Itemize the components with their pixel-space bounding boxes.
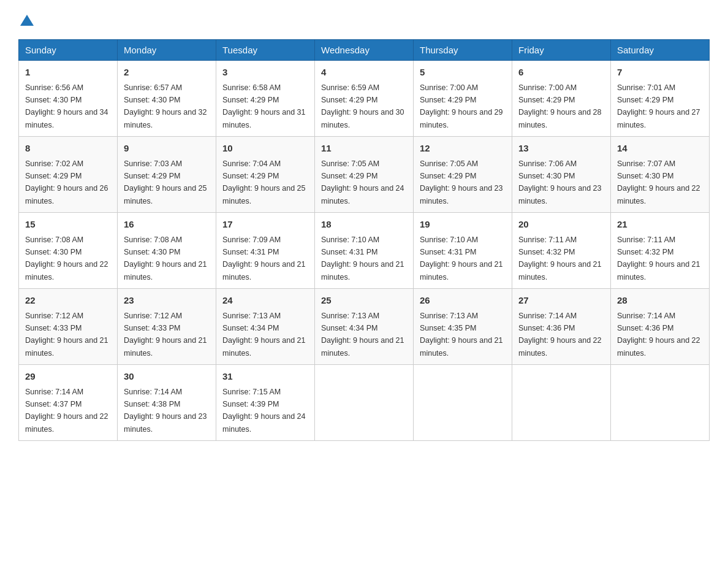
day-number: 30 xyxy=(124,370,210,384)
calendar-cell xyxy=(315,365,414,441)
day-info: Sunrise: 6:56 AMSunset: 4:30 PMDaylight:… xyxy=(25,83,108,129)
day-info: Sunrise: 7:03 AMSunset: 4:29 PMDaylight:… xyxy=(124,159,207,205)
calendar-cell: 6 Sunrise: 7:00 AMSunset: 4:29 PMDayligh… xyxy=(512,61,611,137)
calendar-cell: 20 Sunrise: 7:11 AMSunset: 4:32 PMDaylig… xyxy=(512,213,611,289)
calendar-cell: 2 Sunrise: 6:57 AMSunset: 4:30 PMDayligh… xyxy=(118,61,216,137)
svg-marker-0 xyxy=(20,15,34,26)
day-number: 31 xyxy=(222,370,308,384)
calendar-cell: 3 Sunrise: 6:58 AMSunset: 4:29 PMDayligh… xyxy=(216,61,315,137)
logo-triangle-icon xyxy=(20,13,34,27)
day-info: Sunrise: 6:58 AMSunset: 4:29 PMDaylight:… xyxy=(222,83,306,129)
calendar-cell: 26 Sunrise: 7:13 AMSunset: 4:35 PMDaylig… xyxy=(414,289,512,365)
day-info: Sunrise: 7:12 AMSunset: 4:33 PMDaylight:… xyxy=(124,312,207,358)
day-info: Sunrise: 7:12 AMSunset: 4:33 PMDaylight:… xyxy=(25,312,108,358)
calendar-cell: 22 Sunrise: 7:12 AMSunset: 4:33 PMDaylig… xyxy=(19,289,118,365)
day-number: 26 xyxy=(420,294,506,308)
day-number: 9 xyxy=(124,142,210,156)
day-number: 14 xyxy=(617,142,703,156)
day-info: Sunrise: 7:00 AMSunset: 4:29 PMDaylight:… xyxy=(420,83,503,129)
calendar-cell: 24 Sunrise: 7:13 AMSunset: 4:34 PMDaylig… xyxy=(216,289,315,365)
day-info: Sunrise: 6:59 AMSunset: 4:29 PMDaylight:… xyxy=(321,83,404,129)
day-info: Sunrise: 7:14 AMSunset: 4:36 PMDaylight:… xyxy=(518,312,602,358)
calendar-cell: 10 Sunrise: 7:04 AMSunset: 4:29 PMDaylig… xyxy=(216,137,315,213)
day-info: Sunrise: 7:11 AMSunset: 4:32 PMDaylight:… xyxy=(617,236,700,282)
day-number: 12 xyxy=(420,142,506,156)
day-number: 28 xyxy=(617,294,703,308)
day-info: Sunrise: 7:00 AMSunset: 4:29 PMDaylight:… xyxy=(518,83,602,129)
day-number: 2 xyxy=(124,66,210,80)
calendar-cell: 30 Sunrise: 7:14 AMSunset: 4:38 PMDaylig… xyxy=(118,365,216,441)
calendar-cell: 13 Sunrise: 7:06 AMSunset: 4:30 PMDaylig… xyxy=(512,137,611,213)
page-header xyxy=(18,12,710,27)
day-number: 15 xyxy=(25,218,111,232)
calendar-cell xyxy=(414,365,512,441)
day-info: Sunrise: 7:14 AMSunset: 4:36 PMDaylight:… xyxy=(617,312,700,358)
calendar-cell: 23 Sunrise: 7:12 AMSunset: 4:33 PMDaylig… xyxy=(118,289,216,365)
day-number: 6 xyxy=(518,66,604,80)
day-info: Sunrise: 7:11 AMSunset: 4:32 PMDaylight:… xyxy=(518,236,602,282)
day-number: 23 xyxy=(124,294,210,308)
day-number: 27 xyxy=(518,294,604,308)
day-number: 21 xyxy=(617,218,703,232)
day-info: Sunrise: 7:13 AMSunset: 4:35 PMDaylight:… xyxy=(420,312,503,358)
day-number: 17 xyxy=(222,218,308,232)
day-info: Sunrise: 7:10 AMSunset: 4:31 PMDaylight:… xyxy=(420,236,503,282)
day-number: 1 xyxy=(25,66,111,80)
calendar-cell xyxy=(611,365,710,441)
day-info: Sunrise: 7:14 AMSunset: 4:37 PMDaylight:… xyxy=(25,388,108,434)
day-info: Sunrise: 7:09 AMSunset: 4:31 PMDaylight:… xyxy=(222,236,306,282)
day-info: Sunrise: 7:10 AMSunset: 4:31 PMDaylight:… xyxy=(321,236,404,282)
day-number: 25 xyxy=(321,294,407,308)
calendar-cell: 9 Sunrise: 7:03 AMSunset: 4:29 PMDayligh… xyxy=(118,137,216,213)
day-info: Sunrise: 7:08 AMSunset: 4:30 PMDaylight:… xyxy=(25,236,108,282)
day-info: Sunrise: 7:15 AMSunset: 4:39 PMDaylight:… xyxy=(222,388,306,434)
week-row-2: 8 Sunrise: 7:02 AMSunset: 4:29 PMDayligh… xyxy=(19,137,710,213)
weekday-header-tuesday: Tuesday xyxy=(216,40,315,61)
day-number: 5 xyxy=(420,66,506,80)
day-number: 13 xyxy=(518,142,604,156)
weekday-header-friday: Friday xyxy=(512,40,611,61)
weekday-header-thursday: Thursday xyxy=(414,40,512,61)
weekday-header-saturday: Saturday xyxy=(611,40,710,61)
calendar-cell: 31 Sunrise: 7:15 AMSunset: 4:39 PMDaylig… xyxy=(216,365,315,441)
calendar-cell: 21 Sunrise: 7:11 AMSunset: 4:32 PMDaylig… xyxy=(611,213,710,289)
calendar-cell: 11 Sunrise: 7:05 AMSunset: 4:29 PMDaylig… xyxy=(315,137,414,213)
day-number: 20 xyxy=(518,218,604,232)
day-number: 24 xyxy=(222,294,308,308)
calendar-cell: 29 Sunrise: 7:14 AMSunset: 4:37 PMDaylig… xyxy=(19,365,118,441)
day-info: Sunrise: 7:05 AMSunset: 4:29 PMDaylight:… xyxy=(321,159,404,205)
day-number: 16 xyxy=(124,218,210,232)
day-info: Sunrise: 7:02 AMSunset: 4:29 PMDaylight:… xyxy=(25,159,108,205)
day-info: Sunrise: 7:14 AMSunset: 4:38 PMDaylight:… xyxy=(124,388,207,434)
day-info: Sunrise: 7:13 AMSunset: 4:34 PMDaylight:… xyxy=(222,312,306,358)
calendar-cell: 25 Sunrise: 7:13 AMSunset: 4:34 PMDaylig… xyxy=(315,289,414,365)
calendar-cell: 18 Sunrise: 7:10 AMSunset: 4:31 PMDaylig… xyxy=(315,213,414,289)
week-row-5: 29 Sunrise: 7:14 AMSunset: 4:37 PMDaylig… xyxy=(19,365,710,441)
week-row-4: 22 Sunrise: 7:12 AMSunset: 4:33 PMDaylig… xyxy=(19,289,710,365)
day-number: 7 xyxy=(617,66,703,80)
calendar-cell: 16 Sunrise: 7:08 AMSunset: 4:30 PMDaylig… xyxy=(118,213,216,289)
calendar-cell: 17 Sunrise: 7:09 AMSunset: 4:31 PMDaylig… xyxy=(216,213,315,289)
day-number: 11 xyxy=(321,142,407,156)
calendar-cell: 14 Sunrise: 7:07 AMSunset: 4:30 PMDaylig… xyxy=(611,137,710,213)
day-number: 22 xyxy=(25,294,111,308)
day-info: Sunrise: 7:07 AMSunset: 4:30 PMDaylight:… xyxy=(617,159,700,205)
logo xyxy=(18,12,34,27)
day-number: 19 xyxy=(420,218,506,232)
day-info: Sunrise: 7:04 AMSunset: 4:29 PMDaylight:… xyxy=(222,159,306,205)
day-number: 18 xyxy=(321,218,407,232)
day-info: Sunrise: 7:13 AMSunset: 4:34 PMDaylight:… xyxy=(321,312,404,358)
calendar-cell: 1 Sunrise: 6:56 AMSunset: 4:30 PMDayligh… xyxy=(19,61,118,137)
day-info: Sunrise: 6:57 AMSunset: 4:30 PMDaylight:… xyxy=(124,83,207,129)
calendar-cell: 5 Sunrise: 7:00 AMSunset: 4:29 PMDayligh… xyxy=(414,61,512,137)
day-number: 4 xyxy=(321,66,407,80)
week-row-1: 1 Sunrise: 6:56 AMSunset: 4:30 PMDayligh… xyxy=(19,61,710,137)
day-number: 29 xyxy=(25,370,111,384)
day-info: Sunrise: 7:05 AMSunset: 4:29 PMDaylight:… xyxy=(420,159,503,205)
calendar-cell: 27 Sunrise: 7:14 AMSunset: 4:36 PMDaylig… xyxy=(512,289,611,365)
weekday-header-row: SundayMondayTuesdayWednesdayThursdayFrid… xyxy=(19,40,710,61)
calendar-cell: 28 Sunrise: 7:14 AMSunset: 4:36 PMDaylig… xyxy=(611,289,710,365)
calendar-cell: 8 Sunrise: 7:02 AMSunset: 4:29 PMDayligh… xyxy=(19,137,118,213)
day-number: 10 xyxy=(222,142,308,156)
calendar-cell: 15 Sunrise: 7:08 AMSunset: 4:30 PMDaylig… xyxy=(19,213,118,289)
